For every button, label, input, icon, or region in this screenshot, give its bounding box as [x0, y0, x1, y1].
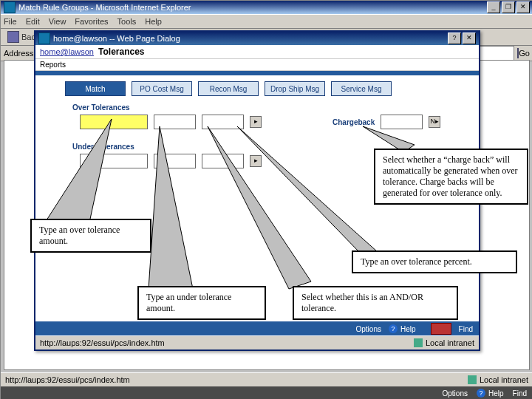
tab-recon-msg[interactable]: Recon Msg: [198, 81, 259, 96]
tab-po-cost-msg[interactable]: PO Cost Msg: [132, 81, 192, 96]
under-percent-field[interactable]: [154, 154, 196, 168]
tab-drop-ship-msg[interactable]: Drop Ship Msg: [265, 81, 325, 96]
chargeback-picker[interactable]: N▸: [429, 116, 440, 128]
menu-edit[interactable]: Edit: [26, 17, 40, 26]
ie-title-bar: Match Rule Groups - Microsoft Internet E…: [1, 1, 532, 14]
menu-tools[interactable]: Tools: [117, 17, 137, 26]
dialog-title: home@lawson -- Web Page Dialog: [53, 34, 180, 43]
zone-icon: [468, 375, 477, 384]
chargeback-field[interactable]: [381, 115, 423, 129]
minimize-button[interactable]: _: [487, 1, 500, 13]
tab-match[interactable]: Match: [65, 81, 126, 96]
over-tolerances-label: Over Tolerances: [72, 103, 479, 112]
restore-button[interactable]: ❐: [502, 1, 515, 13]
ie-menu-bar: File Edit View Favorites Tools Help: [1, 14, 532, 29]
callout-andor: Select whether this is an AND/OR toleran…: [293, 286, 458, 320]
dialog-title-bar: home@lawson -- Web Page Dialog ? ✕: [35, 32, 479, 45]
over-amount-field[interactable]: [80, 115, 148, 129]
slide-toolbar: Options ?Help Find: [1, 386, 532, 399]
status-url: http://laups:92/essui/pcs/index.htm: [5, 375, 130, 384]
over-percent-field[interactable]: [154, 115, 196, 129]
close-button[interactable]: ✕: [516, 1, 530, 13]
slide-find[interactable]: Find: [513, 389, 527, 398]
dialog-breadcrumb: home@lawson Tolerances: [35, 45, 479, 59]
dialog-status-bar: http://laups:92/essui/pcs/index.htm Loca…: [35, 335, 479, 349]
dialog-status-url: http://laups:92/essui/pcs/index.htm: [40, 338, 165, 347]
ie-icon: [4, 1, 16, 13]
tab-row: Match PO Cost Msg Recon Msg Drop Ship Ms…: [65, 81, 479, 96]
menu-help[interactable]: Help: [145, 17, 162, 26]
dialog-zone-icon: [414, 338, 423, 347]
ie-status-bar: http://laups:92/essui/pcs/index.htm Loca…: [1, 372, 532, 386]
breadcrumb-page: Tolerances: [98, 47, 144, 57]
footer-find[interactable]: Find: [459, 325, 473, 333]
slide-help[interactable]: Help: [488, 389, 504, 398]
callout-under-amount: Type an under tolerance amount.: [137, 286, 266, 320]
breadcrumb-home-link[interactable]: home@lawson: [40, 47, 94, 56]
menu-view[interactable]: View: [49, 17, 66, 26]
dialog-footer: Options ?Help Find: [35, 321, 479, 336]
ie-window-title: Match Rule Groups - Microsoft Internet E…: [18, 3, 191, 12]
dialog-help-button[interactable]: ?: [448, 33, 461, 44]
dialog-icon: [38, 33, 50, 44]
go-button[interactable]: Go: [517, 49, 530, 58]
callout-over-percent: Type an over tolerance percent.: [352, 250, 517, 273]
under-andor-picker[interactable]: ▸: [250, 155, 262, 167]
slide-options[interactable]: Options: [443, 389, 468, 398]
footer-options[interactable]: Options: [356, 325, 381, 333]
zone-label: Local intranet: [480, 375, 528, 384]
over-andor-field[interactable]: [202, 115, 244, 129]
callout-over-amount: Type an over tolerance amount.: [30, 219, 151, 253]
dialog-close-button[interactable]: ✕: [463, 33, 476, 44]
menu-favorites[interactable]: Favorites: [75, 17, 108, 26]
menu-file[interactable]: File: [4, 17, 17, 26]
under-andor-field[interactable]: [202, 154, 244, 168]
chargeback-label: Chargeback: [332, 118, 375, 126]
tab-service-msg[interactable]: Service Msg: [331, 81, 392, 96]
dialog-zone-label: Local intranet: [426, 338, 474, 347]
footer-red-button[interactable]: [431, 323, 451, 335]
back-icon: [7, 31, 19, 43]
help-icon: ?: [477, 389, 485, 398]
reports-menu[interactable]: Reports: [40, 61, 66, 69]
footer-help-icon: ?: [389, 324, 398, 333]
footer-help[interactable]: Help: [400, 325, 416, 333]
over-andor-picker[interactable]: ▸: [250, 116, 262, 128]
callout-chargeback: Select whether a “charge back” will auto…: [374, 149, 528, 205]
address-label: Address: [4, 49, 33, 58]
under-amount-field[interactable]: [80, 154, 148, 168]
